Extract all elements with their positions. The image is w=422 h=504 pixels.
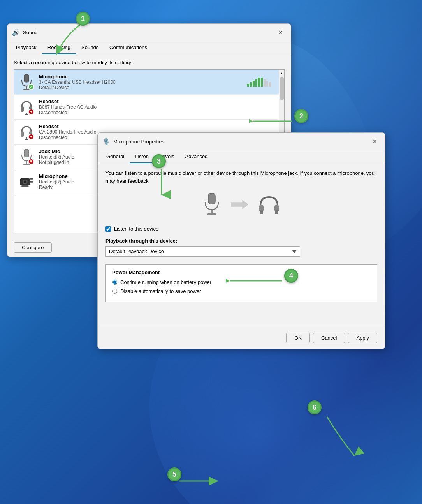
level-bars [247, 78, 271, 87]
sound-icon: 🔊 [12, 29, 20, 36]
scrollbar-thumb[interactable] [280, 77, 284, 100]
svg-point-16 [24, 180, 26, 183]
sound-dialog-tabbar: Playback Recording Sounds Communications [7, 41, 291, 54]
instruction-text: Select a recording device below to modif… [14, 60, 285, 65]
listen-mic-svg [202, 192, 222, 217]
device-name-headset2: Headset [39, 123, 274, 129]
configure-button[interactable]: Configure [14, 242, 52, 253]
svg-rect-17 [30, 178, 33, 180]
bar8 [266, 81, 268, 87]
radio-battery[interactable] [112, 280, 117, 285]
listen-label[interactable]: Listen to this device [114, 226, 158, 232]
bar9 [269, 82, 271, 87]
annotation-6-label: 6 [313, 404, 316, 412]
level-bars-group [247, 78, 271, 87]
arrow-2-svg [249, 111, 296, 131]
device-name-usb-mic: Microphone [39, 74, 243, 79]
mic-props-dialog: 🎙️ Microphone Properties ✕ General Liste… [97, 132, 385, 349]
device-icon-cam-mic [19, 174, 34, 190]
sound-dialog-title-left: 🔊 Sound [12, 29, 38, 36]
device-status-usb-mic: Default Device [39, 85, 243, 90]
device-name-headset1: Headset [39, 99, 274, 104]
device-sub-headset1: B087 Hands-Free AG Audio [39, 104, 274, 110]
tab-communications[interactable]: Communications [104, 41, 153, 54]
svg-rect-1 [26, 86, 27, 89]
sound-dialog-title: Sound [23, 30, 38, 35]
bar4 [255, 79, 257, 87]
mic-props-close-button[interactable]: ✕ [369, 136, 380, 147]
svg-rect-26 [260, 210, 263, 214]
listen-visual [106, 192, 377, 217]
listen-headphones-svg [257, 194, 281, 215]
annotation-5: 5 [167, 467, 181, 481]
playback-through-label: Playback through this device: [106, 238, 377, 244]
bar7 [264, 79, 266, 87]
bar1 [247, 84, 249, 87]
annotation-1-label: 1 [81, 15, 85, 23]
svg-rect-2 [23, 89, 30, 90]
device-icon-usb-mic: ✓ [19, 74, 34, 90]
device-icon-jack-mic: ▼ [19, 149, 34, 165]
svg-rect-10 [25, 139, 28, 140]
svg-rect-3 [21, 106, 24, 112]
annotation-2-label: 2 [299, 112, 303, 120]
svg-rect-7 [21, 131, 24, 137]
tab-advanced[interactable]: Advanced [180, 150, 213, 163]
annotation-3: 3 [152, 154, 166, 168]
svg-rect-0 [24, 74, 29, 82]
svg-marker-23 [231, 200, 248, 209]
listen-checkbox[interactable] [106, 226, 111, 232]
arrow-5-svg [175, 471, 222, 491]
mic-props-tabbar: General Listen Levels Advanced [98, 150, 385, 163]
device-info-headset1: Headset B087 Hands-Free AG Audio Disconn… [39, 99, 274, 115]
annotation-4-label: 4 [289, 272, 293, 280]
annotation-3-label: 3 [157, 157, 161, 166]
svg-rect-20 [208, 193, 215, 204]
svg-rect-11 [24, 149, 29, 157]
status-err-icon2: ▼ [28, 134, 34, 140]
status-ok-icon: ✓ [28, 84, 34, 90]
annotation-4: 4 [284, 269, 298, 283]
tab-listen[interactable]: Listen [130, 150, 154, 163]
device-item-headset1[interactable]: ▼ Headset B087 Hands-Free AG Audio Disco… [14, 95, 279, 120]
playback-select[interactable]: Default Playback DeviceSpeakers (Realtek… [106, 246, 300, 257]
annotation-1: 1 [76, 12, 90, 26]
device-icon-headset1: ▼ [19, 99, 34, 115]
tab-general[interactable]: General [101, 150, 130, 163]
scrollbar-up-button[interactable]: ▲ [279, 70, 285, 76]
arrow-4-svg [226, 271, 288, 291]
mic-props-icon: 🎙️ [102, 138, 110, 145]
device-status-headset1: Disconnected [39, 110, 274, 115]
mic-props-titlebar: 🎙️ Microphone Properties ✕ [98, 133, 385, 150]
status-err-icon3: ▼ [28, 159, 34, 165]
radio-disable[interactable] [112, 289, 117, 294]
svg-rect-19 [21, 185, 28, 187]
bar6 [261, 78, 263, 87]
device-item-usb-mic[interactable]: ✓ Microphone 3- CA Essential USB Headset… [14, 70, 279, 95]
device-icon-headset2: ▼ [19, 124, 34, 140]
mic-props-footer: OK Cancel Apply [98, 327, 385, 349]
status-err-icon1: ▼ [28, 109, 34, 115]
radio-battery-label[interactable]: Continue running when on battery power [120, 279, 211, 285]
sound-dialog-titlebar: 🔊 Sound ✕ [7, 24, 291, 41]
listen-description: You can listen to a portable music playe… [106, 169, 377, 185]
svg-rect-6 [25, 114, 28, 115]
radio-disable-label[interactable]: Disable automatically to save power [120, 288, 201, 294]
arrow-6-svg [315, 413, 370, 460]
listen-checkbox-row: Listen to this device [106, 226, 377, 232]
listen-arrow-svg [231, 199, 248, 210]
mic-props-title: Microphone Properties [113, 139, 164, 145]
tab-playback[interactable]: Playback [11, 41, 42, 54]
sound-dialog-close-button[interactable]: ✕ [275, 27, 286, 38]
mic-props-body: You can listen to a portable music playe… [98, 163, 385, 327]
svg-rect-21 [211, 210, 213, 213]
annotation-5-label: 5 [172, 471, 176, 479]
svg-rect-18 [30, 181, 33, 183]
svg-rect-12 [26, 161, 27, 164]
cancel-button[interactable]: Cancel [313, 333, 345, 343]
annotation-2: 2 [294, 109, 308, 123]
ok-button[interactable]: OK [286, 333, 310, 343]
apply-button[interactable]: Apply [348, 333, 377, 343]
device-info-usb-mic: Microphone 3- CA Essential USB Headset H… [39, 74, 243, 90]
annotation-6: 6 [308, 400, 322, 414]
